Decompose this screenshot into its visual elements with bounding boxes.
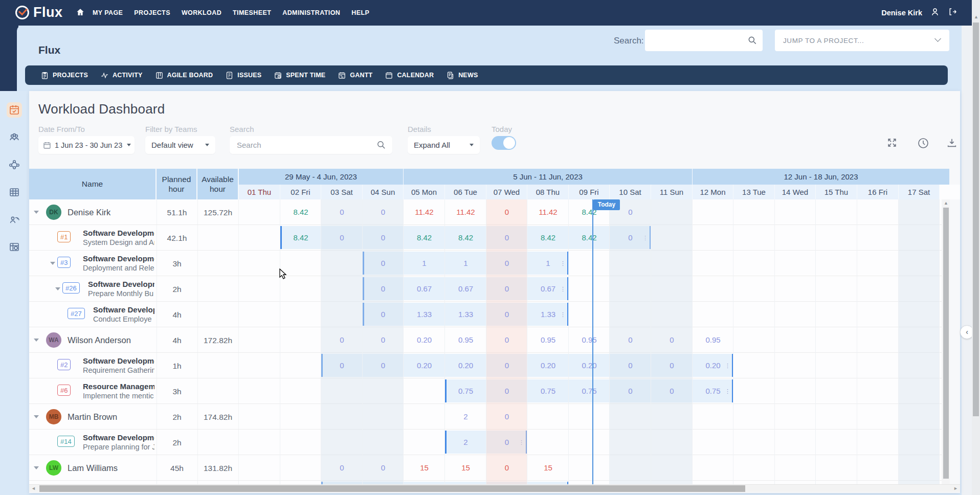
workload-cell[interactable]: 0.20	[527, 361, 569, 370]
nav-item-workload[interactable]: WORKLOAD	[182, 9, 221, 16]
workload-cell[interactable]: 8.42	[404, 233, 445, 242]
workload-cell[interactable]: 0	[651, 335, 693, 344]
horizontal-scrollbar[interactable]: ◄ ►	[29, 484, 960, 492]
person-name[interactable]: Martin Brown	[68, 412, 117, 422]
tab-projects[interactable]: PROJECTS	[40, 71, 88, 80]
workload-cell[interactable]: 8.42	[569, 233, 610, 242]
issue-title[interactable]: Software Develop	[93, 305, 154, 314]
issue-title[interactable]: Software Developmen	[83, 356, 154, 365]
person-name[interactable]: Denise Kirk	[68, 208, 110, 217]
workload-cell[interactable]: 0	[651, 387, 693, 395]
issue-tag[interactable]: #14	[57, 436, 75, 447]
workload-cell[interactable]: 0.67	[527, 284, 569, 293]
expand-caret[interactable]	[34, 339, 39, 342]
expand-caret[interactable]	[50, 262, 55, 265]
person-dashboard-icon[interactable]	[7, 212, 22, 227]
workload-cell[interactable]: 0	[486, 463, 527, 472]
workload-cell[interactable]: 11.42	[445, 208, 486, 216]
table-scrollbar[interactable]: ▲	[942, 199, 950, 484]
workload-cell[interactable]: 11.42	[404, 208, 445, 216]
workload-cell[interactable]: 0	[321, 233, 363, 242]
workload-cell[interactable]: 1.33	[445, 310, 486, 319]
horizontal-scrollbar-thumb[interactable]	[39, 485, 745, 492]
teams-icon[interactable]	[7, 130, 22, 145]
teams-select[interactable]: Default view	[145, 136, 215, 154]
issue-tag[interactable]: #1	[57, 231, 71, 242]
issue-tag[interactable]: #26	[62, 282, 80, 294]
workload-cell[interactable]: 1.33	[404, 310, 445, 319]
workload-cell[interactable]: 0.75	[527, 387, 569, 395]
workload-cell[interactable]: 0	[651, 361, 693, 370]
workload-cell[interactable]: 0.95	[445, 335, 486, 344]
workload-cell[interactable]: 0.75	[569, 387, 610, 395]
workload-cell[interactable]: 0	[363, 463, 404, 472]
workload-cell[interactable]: 1	[527, 259, 569, 267]
workload-cell[interactable]: 0	[610, 335, 651, 344]
details-select[interactable]: Expand All	[408, 136, 480, 154]
expand-caret[interactable]	[34, 211, 39, 214]
person-name[interactable]: Lam Williams	[68, 463, 118, 473]
search-input[interactable]: Search	[230, 136, 392, 154]
workload-cell[interactable]: 0	[610, 361, 651, 370]
workload-cell[interactable]: 0	[321, 208, 363, 216]
page-scrollbar-thumb[interactable]	[973, 22, 979, 416]
workload-cell[interactable]: 0	[486, 233, 527, 242]
workload-cell[interactable]: 0.20	[404, 361, 445, 370]
workload-calendar-icon[interactable]	[7, 102, 22, 118]
tab-gantt[interactable]: GANTT	[338, 71, 372, 80]
workload-cell[interactable]: 15	[445, 463, 486, 472]
user-name[interactable]: Denise Kirk	[881, 9, 922, 17]
person-name[interactable]: Wilson Anderson	[68, 335, 131, 345]
workload-cell[interactable]: 0	[486, 259, 527, 267]
expand-caret[interactable]	[55, 287, 60, 290]
workload-cell[interactable]: 0.20	[693, 361, 733, 370]
flux-logo[interactable]: Flux	[15, 5, 63, 20]
workload-cell[interactable]: 0	[363, 335, 404, 344]
workload-cell[interactable]: 0.75	[693, 387, 733, 395]
today-toggle[interactable]	[492, 136, 516, 150]
workload-cell[interactable]: 0.67	[445, 284, 486, 293]
jump-to-project-select[interactable]: JUMP TO A PROJECT...	[775, 30, 949, 51]
workload-cell[interactable]: 0	[321, 463, 363, 472]
history-icon[interactable]	[917, 137, 929, 151]
workload-cell[interactable]: 15	[404, 463, 445, 472]
user-icon[interactable]	[930, 7, 940, 18]
workload-cell[interactable]: 0	[486, 208, 527, 216]
nav-item-administration[interactable]: ADMINISTRATION	[282, 9, 340, 16]
workload-cell[interactable]: 1	[404, 259, 445, 267]
workload-cell[interactable]: 15	[527, 463, 569, 472]
top-search-input[interactable]	[645, 30, 763, 51]
issue-title[interactable]: Software Developmen	[83, 433, 154, 442]
workload-cell[interactable]: 0.20	[404, 335, 445, 344]
nav-item-timesheet[interactable]: TIMESHEET	[233, 9, 271, 16]
issue-title[interactable]: Software Developmen	[83, 229, 154, 237]
workload-cell[interactable]: 0.75	[445, 387, 486, 395]
workload-cell[interactable]: 8.42	[280, 233, 321, 242]
nav-item-help[interactable]: HELP	[351, 9, 369, 16]
workload-cell[interactable]: 0	[363, 233, 404, 242]
workload-cell[interactable]: 0.95	[527, 335, 569, 344]
tab-news[interactable]: NEWS	[446, 71, 478, 80]
tab-spent-time[interactable]: SPENT TIME	[274, 71, 325, 80]
workload-cell[interactable]: 2	[445, 412, 486, 421]
workload-cell[interactable]: 1.33	[527, 310, 569, 319]
workload-cell[interactable]: 0	[321, 335, 363, 344]
workload-cell[interactable]: 0.67	[404, 284, 445, 293]
workload-cell[interactable]: 0	[363, 361, 404, 370]
table-scrollbar-thumb[interactable]	[943, 208, 949, 479]
workload-cell[interactable]: 0	[610, 233, 651, 242]
workload-cell[interactable]: 0	[363, 208, 404, 216]
nav-item-projects[interactable]: PROJECTS	[134, 9, 170, 16]
workload-cell[interactable]: 0.20	[445, 361, 486, 370]
issue-title[interactable]: Software Developm	[88, 280, 154, 288]
project-network-icon[interactable]	[7, 157, 22, 172]
issue-title[interactable]: Software Developmen	[83, 254, 154, 263]
issue-tag[interactable]: #27	[68, 308, 85, 319]
table-icon[interactable]	[7, 185, 22, 200]
tab-issues[interactable]: ISSUES	[225, 71, 261, 80]
workload-cell[interactable]: 2	[445, 438, 486, 446]
workload-cell[interactable]: 0.95	[693, 335, 733, 344]
issue-tag[interactable]: #3	[57, 257, 71, 268]
workload-cell[interactable]: 0	[610, 387, 651, 395]
tab-activity[interactable]: ACTIVITY	[100, 71, 143, 80]
